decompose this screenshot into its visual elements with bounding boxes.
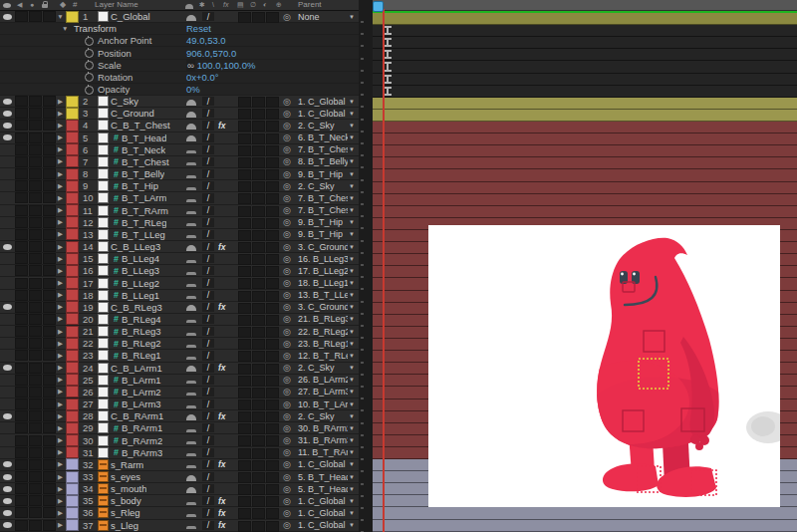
layer-row[interactable]: ▶14C_B_LLeg3/fx◎3. C_Ground▼ — [0, 241, 359, 253]
solo-cell[interactable] — [29, 375, 42, 386]
adjustment-cell[interactable] — [266, 181, 279, 192]
label-color-swatch[interactable] — [66, 241, 79, 253]
visibility-cell[interactable] — [0, 422, 14, 433]
label-color-swatch[interactable] — [66, 313, 79, 325]
eye-icon[interactable] — [3, 123, 12, 129]
frame-blend-cell[interactable] — [238, 157, 251, 168]
label-color-swatch[interactable] — [66, 253, 79, 265]
solo-cell[interactable] — [29, 350, 42, 361]
audio-cell[interactable] — [15, 459, 28, 470]
reset-link[interactable]: Reset — [186, 23, 211, 34]
visibility-cell[interactable] — [0, 156, 14, 167]
label-color-swatch[interactable] — [66, 228, 79, 240]
audio-cell[interactable] — [15, 507, 28, 518]
layer-row[interactable]: ▶23#B_RLeg1/◎12. B_T_RLeg▼ — [0, 350, 359, 362]
visibility-cell[interactable] — [0, 133, 14, 143]
solo-cell[interactable] — [29, 422, 42, 433]
audio-cell[interactable] — [15, 96, 28, 107]
solo-cell[interactable] — [29, 410, 42, 421]
expand-arrow[interactable]: ▶ — [56, 194, 65, 202]
visibility-cell[interactable] — [0, 434, 14, 445]
frame-blend-cell[interactable] — [238, 496, 251, 507]
audio-cell[interactable] — [15, 314, 28, 325]
label-color-swatch[interactable] — [66, 458, 79, 470]
solo-cell[interactable] — [29, 447, 42, 458]
parent-select[interactable]: 8. B_T_Belly — [298, 156, 348, 166]
adjustment-cell[interactable] — [266, 218, 279, 229]
fx-switch[interactable]: fx — [218, 363, 226, 373]
lock-cell[interactable] — [43, 435, 56, 446]
visibility-cell[interactable] — [0, 108, 14, 119]
solo-cell[interactable] — [29, 144, 42, 155]
motion-blur-cell[interactable] — [252, 388, 265, 399]
audio-cell[interactable] — [15, 205, 28, 216]
frame-blend-cell[interactable] — [238, 266, 251, 277]
quality-switch[interactable]: / — [202, 133, 214, 142]
frame-blend-cell[interactable] — [238, 218, 251, 229]
parent-pickwhip-icon[interactable]: ◎ — [283, 508, 291, 518]
chevron-down-icon[interactable]: ▼ — [349, 341, 355, 347]
eye-icon[interactable] — [3, 522, 12, 528]
label-color-swatch[interactable] — [66, 168, 79, 180]
frame-blend-cell[interactable] — [238, 133, 251, 144]
chevron-down-icon[interactable]: ▼ — [349, 365, 355, 371]
quality-switch[interactable]: / — [202, 339, 214, 348]
character-left-foot[interactable] — [603, 464, 659, 492]
solo-cell[interactable] — [29, 290, 42, 301]
layer-row[interactable]: ▶9#B_T_Hip/◎2. C_Sky▼ — [0, 180, 359, 192]
lock-cell[interactable] — [43, 108, 56, 119]
parent-pickwhip-icon[interactable]: ◎ — [283, 12, 291, 22]
lock-cell[interactable] — [43, 133, 56, 143]
chevron-down-icon[interactable]: ▼ — [349, 256, 355, 262]
layer-row[interactable]: ▶25#B_LArm1/◎26. B_LArm2▼ — [0, 375, 359, 387]
audio-cell[interactable] — [15, 168, 28, 179]
frame-blend-cell[interactable] — [238, 472, 251, 483]
frame-blend-cell[interactable] — [238, 145, 251, 156]
lock-cell[interactable] — [43, 326, 56, 337]
lock-cell[interactable] — [43, 253, 56, 264]
shy-icon[interactable] — [186, 100, 196, 106]
visibility-cell[interactable] — [0, 302, 14, 313]
audio-cell[interactable] — [15, 180, 28, 191]
chevron-down-icon[interactable]: ▼ — [349, 486, 355, 492]
solo-cell[interactable] — [29, 326, 42, 337]
layer-row[interactable]: ▶4C_B_T_Chest/fx◎2. C_Sky▼ — [0, 120, 359, 132]
visibility-cell[interactable] — [0, 410, 14, 421]
label-color-swatch[interactable] — [66, 399, 79, 410]
chevron-down-icon[interactable]: ▼ — [349, 474, 355, 480]
layer-row[interactable]: ▶37s_Lleg/fx◎1. C_Global▼ — [0, 520, 359, 532]
expand-arrow[interactable]: ▶ — [56, 243, 65, 251]
label-color-swatch[interactable] — [66, 132, 79, 143]
expand-arrow[interactable]: ▶ — [56, 133, 65, 141]
adjustment-cell[interactable] — [266, 399, 279, 410]
label-color-swatch[interactable] — [66, 362, 79, 374]
frame-blend-cell[interactable] — [238, 97, 251, 108]
property-value[interactable]: 0x+0.0° — [186, 72, 219, 83]
lock-cell[interactable] — [43, 387, 56, 398]
layer-row[interactable]: ▶18#B_LLeg1/◎13. B_T_LLeg▼ — [0, 290, 359, 302]
property-row[interactable]: Scale∞100.0,100.0% — [0, 60, 359, 72]
parent-pickwhip-icon[interactable]: ◎ — [283, 205, 291, 215]
motion-blur-cell[interactable] — [252, 315, 265, 326]
timeline-layer-bar[interactable] — [373, 13, 797, 25]
audio-cell[interactable] — [15, 435, 28, 446]
label-color-swatch[interactable] — [66, 495, 79, 507]
adjustment-cell[interactable] — [266, 266, 279, 277]
shy-icon[interactable] — [186, 112, 196, 118]
motion-blur-cell[interactable] — [252, 230, 265, 241]
solo-cell[interactable] — [29, 399, 42, 409]
chevron-down-icon[interactable]: ▼ — [349, 195, 355, 201]
visibility-cell[interactable] — [0, 229, 14, 240]
lock-cell[interactable] — [43, 156, 56, 167]
timeline-layer-bar[interactable] — [373, 169, 797, 181]
label-color-swatch[interactable] — [66, 374, 79, 386]
layer-row[interactable]: ▶24C_B_LArm1/fx◎2. C_Sky▼ — [0, 363, 359, 375]
motion-blur-cell[interactable] — [252, 97, 265, 108]
keyframe-ibeam-marker[interactable] — [385, 75, 392, 84]
solo-cell[interactable] — [29, 459, 42, 470]
parent-select[interactable]: 16. B_LLeg3 — [298, 254, 348, 264]
motion-blur-cell[interactable] — [252, 133, 265, 144]
quality-switch[interactable]: / — [202, 376, 214, 385]
frame-blend-cell[interactable] — [238, 254, 251, 265]
expand-arrow[interactable]: ▶ — [56, 521, 65, 529]
